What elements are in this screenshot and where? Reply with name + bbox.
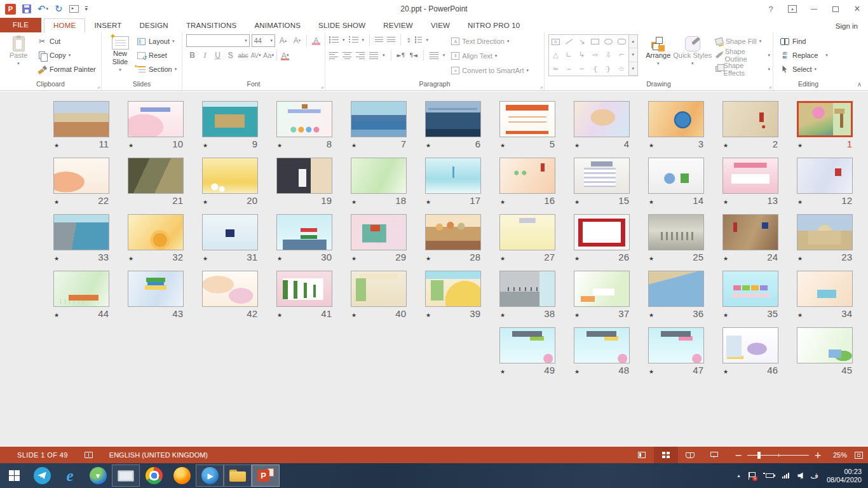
shape-block-arrow-right-icon[interactable]: ⇨ — [592, 51, 598, 58]
paragraph-dialog-launcher[interactable]: ⌟ — [540, 83, 543, 89]
slide-thumbnail-20[interactable]: ★20 — [202, 158, 258, 205]
shape-triangle-icon[interactable]: △ — [553, 51, 558, 58]
change-case-dropdown-icon[interactable]: ▾ — [271, 53, 274, 58]
section-button[interactable]: Section▾ — [136, 62, 177, 76]
peach-floral-text-slide[interactable] — [53, 158, 109, 194]
slide-thumbnail-49[interactable]: ★49 — [499, 327, 555, 375]
slide-thumbnail-26[interactable]: ★26 — [574, 214, 630, 262]
cyan-text-slide[interactable] — [425, 158, 481, 194]
shapes-more-icon[interactable]: ▼ — [629, 62, 637, 76]
animation-star-icon[interactable]: ★ — [574, 142, 580, 149]
pale-yellow-text-slide[interactable] — [499, 214, 555, 250]
desert-camp-aerial-photo[interactable] — [648, 214, 704, 250]
action-center-flag-icon[interactable]: × — [748, 472, 756, 480]
shape-outline-button[interactable]: Shape Outline▾ — [715, 48, 770, 62]
line-spacing-button[interactable]: ↕ — [406, 37, 411, 44]
slide-thumbnail-18[interactable]: ★18 — [351, 158, 407, 205]
start-button[interactable] — [0, 463, 28, 488]
slide-thumbnail-15[interactable]: ★15 — [574, 158, 630, 205]
cut-button[interactable]: ✂Cut — [37, 34, 96, 48]
redo-button[interactable]: ↻ — [55, 2, 63, 16]
animation-star-icon[interactable]: ★ — [723, 312, 728, 318]
taskbar-chrome-button[interactable] — [140, 463, 168, 488]
cyan-slide-ornament-header-pink-label[interactable] — [648, 327, 704, 363]
soldiers-photo[interactable] — [128, 158, 184, 194]
misty-sea-warships-photo[interactable] — [499, 271, 555, 307]
animation-star-icon[interactable]: ★ — [351, 312, 356, 318]
animation-star-icon[interactable]: ★ — [54, 199, 59, 205]
tab-nitro-pro-10[interactable]: NITRO PRO 10 — [459, 19, 529, 32]
volume-button[interactable]: ) — [797, 472, 802, 479]
port-aerial-photo[interactable] — [53, 214, 109, 250]
replace-button[interactable]: abacReplace▾ — [780, 48, 828, 62]
shape-brace-right-icon[interactable]: } — [606, 65, 611, 72]
slide-thumbnail-40[interactable]: ★40 — [351, 271, 407, 318]
slide-thumbnail-21[interactable]: 21 — [128, 158, 184, 205]
animation-star-icon[interactable]: ★ — [203, 255, 208, 262]
slide-thumbnail-8[interactable]: ★8 — [276, 101, 332, 149]
animation-star-icon[interactable]: ★ — [203, 199, 208, 205]
character-spacing-button[interactable]: AV▾ — [250, 49, 262, 62]
animation-star-icon[interactable]: ★ — [649, 312, 654, 318]
ribbon-display-options-button[interactable]: ▴ — [782, 1, 803, 17]
slide-thumbnail-14[interactable]: ★14 — [648, 158, 704, 205]
slide-thumbnail-28[interactable]: ★28 — [425, 214, 481, 262]
close-button[interactable]: × — [846, 1, 868, 17]
animation-star-icon[interactable]: ★ — [351, 255, 356, 262]
rtl-direction-button[interactable]: ¶◄ — [409, 52, 417, 58]
animation-star-icon[interactable]: ★ — [797, 142, 803, 149]
new-slide-button[interactable]: New Slide▾ — [105, 34, 135, 79]
network-signal-icon[interactable] — [782, 473, 789, 478]
leaders-photo[interactable] — [276, 158, 332, 194]
find-button[interactable]: Find — [780, 34, 828, 48]
slide-thumbnail-11[interactable]: ★11 — [53, 101, 109, 149]
middle-east-map-with-signpost[interactable] — [797, 101, 853, 137]
animation-star-icon[interactable]: ★ — [128, 255, 133, 262]
fit-slide-to-window-button[interactable] — [855, 452, 863, 459]
pale-blue-slide-dark-shape[interactable] — [202, 214, 258, 250]
shape-star-icon[interactable]: ☆ — [618, 65, 625, 72]
undo-dropdown-icon[interactable]: ▾ — [46, 6, 49, 11]
format-painter-button[interactable]: Format Painter — [37, 62, 96, 76]
bridge-over-water-photo[interactable] — [351, 101, 407, 137]
align-right-button[interactable] — [356, 52, 365, 59]
shape-textbox-icon[interactable]: A — [552, 39, 560, 45]
animation-star-icon[interactable]: ★ — [277, 255, 282, 262]
shrink-font-button[interactable]: A▾ — [291, 34, 303, 47]
white-slide-orange-bordered-text[interactable] — [499, 101, 555, 137]
taskbar-file-explorer-button[interactable] — [224, 464, 252, 487]
animation-star-icon[interactable]: ★ — [426, 199, 431, 205]
clipboard-dialog-launcher[interactable]: ⌟ — [97, 83, 100, 89]
cyan-slide-colored-boxes[interactable] — [722, 271, 778, 307]
underline-button[interactable]: U — [212, 49, 224, 62]
shapes-scroll-up-icon[interactable]: ▲ — [629, 35, 637, 48]
justify-button[interactable] — [369, 52, 378, 59]
animation-star-icon[interactable]: ★ — [203, 142, 208, 149]
white-green-slide-small-map[interactable] — [797, 327, 853, 363]
slide-thumbnail-38[interactable]: ★38 — [499, 271, 555, 318]
animation-star-icon[interactable]: ★ — [426, 255, 431, 262]
shape-scribble-icon[interactable]: ≈ — [553, 65, 559, 72]
slide-thumbnail-43[interactable]: 43 — [128, 271, 184, 318]
character-spacing-dropdown-icon[interactable]: ▾ — [259, 53, 261, 58]
taskbar-firefox-button[interactable] — [168, 463, 196, 488]
grow-font-button[interactable]: A▴ — [277, 34, 289, 47]
animation-star-icon[interactable]: ★ — [797, 312, 803, 318]
pink-slide-mideast-map-red-iran[interactable] — [351, 214, 407, 250]
palestine-map-yellow-slide[interactable] — [425, 271, 481, 307]
slide-thumbnail-42[interactable]: 42 — [202, 271, 258, 318]
animation-star-icon[interactable]: ★ — [500, 255, 505, 262]
strikethrough-button[interactable]: abc — [237, 49, 249, 62]
language-indicator[interactable]: ENGLISH (UNITED KINGDOM) — [109, 451, 208, 459]
white-slide-map-panels-purple[interactable] — [722, 327, 778, 363]
slide-thumbnail-10[interactable]: ★10 — [128, 101, 184, 149]
animation-star-icon[interactable]: ★ — [649, 255, 654, 262]
taskbar-media-player-button[interactable]: ▶ — [196, 464, 224, 487]
slide-thumbnail-37[interactable]: ★37 — [574, 271, 630, 318]
minimize-button[interactable] — [803, 1, 825, 17]
slide-show-view-button[interactable] — [702, 447, 726, 463]
animation-star-icon[interactable]: ★ — [723, 142, 728, 149]
taskbar-telegram-button[interactable] — [28, 463, 56, 488]
shape-block-arrow-down-icon[interactable]: ⇩ — [606, 51, 611, 58]
clear-formatting-button[interactable]: A — [310, 34, 322, 47]
